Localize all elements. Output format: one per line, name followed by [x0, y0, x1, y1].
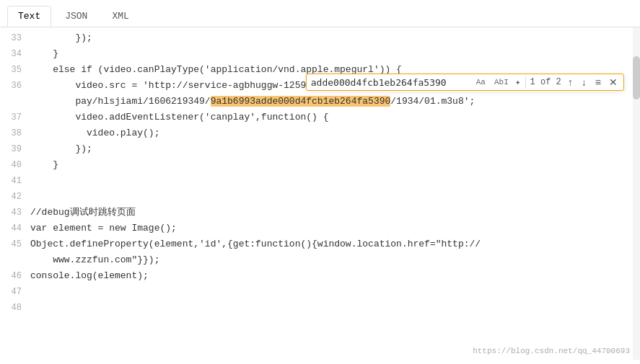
line-number: 45	[0, 236, 30, 252]
table-row: 37 video.addEventListener('canplay',func…	[0, 110, 640, 125]
line-content: //debug调试时跳转页面	[30, 205, 640, 221]
tab-text[interactable]: Text	[7, 6, 51, 27]
line-content: video.addEventListener('canplay',functio…	[30, 110, 640, 125]
line-number: 38	[0, 125, 30, 141]
line-number: 42	[0, 189, 30, 205]
line-content	[30, 284, 640, 300]
line-number: 47	[0, 284, 30, 300]
tab-json[interactable]: JSON	[54, 6, 98, 27]
search-case-option[interactable]: Aa	[474, 77, 488, 87]
line-number: 34	[0, 46, 30, 62]
table-row: 39 });	[0, 141, 640, 157]
tab-bar: Text JSON XML	[0, 0, 640, 27]
table-row: 47	[0, 284, 640, 300]
line-content: });	[30, 141, 640, 157]
line-number: 41	[0, 173, 30, 189]
table-row: 43 //debug调试时跳转页面	[0, 205, 640, 221]
table-row: 42	[0, 189, 640, 205]
code-container: Aa AbI ✦ 1 of 2 ↑ ↓ ≡ ✕ 33 }); 34 } 35 e…	[0, 27, 640, 360]
watermark: https://blog.csdn.net/qq_44700693	[473, 347, 630, 355]
search-close-button[interactable]: ✕	[608, 76, 619, 88]
search-word-option[interactable]: AbI	[492, 77, 511, 87]
table-row: 45 Object.defineProperty(element,'id',{g…	[0, 236, 640, 268]
table-row: 48	[0, 300, 640, 316]
line-content	[30, 173, 640, 189]
line-number: 37	[0, 110, 30, 125]
line-number: 40	[0, 157, 30, 173]
line-number: 43	[0, 205, 30, 221]
table-row: 40 }	[0, 157, 640, 173]
line-content: console.log(element);	[30, 268, 640, 284]
line-content: video.play();	[30, 125, 640, 141]
line-number: 46	[0, 268, 30, 284]
table-row: 41	[0, 173, 640, 189]
line-content	[30, 189, 640, 205]
table-row: 44 var element = new Image();	[0, 221, 640, 236]
search-divider	[525, 76, 526, 88]
line-number: 33	[0, 30, 30, 46]
search-prev-button[interactable]: ↑	[566, 77, 575, 87]
line-number: 35	[0, 62, 30, 78]
table-row: 46 console.log(element);	[0, 268, 640, 284]
line-content	[30, 300, 640, 316]
search-bar: Aa AbI ✦ 1 of 2 ↑ ↓ ≡ ✕	[306, 74, 624, 91]
line-content: });	[30, 30, 640, 46]
code-lines: 33 }); 34 } 35 else if (video.canPlayTyp…	[0, 27, 640, 316]
scrollbar[interactable]	[633, 27, 640, 360]
tab-xml[interactable]: XML	[101, 6, 139, 27]
table-row: 33 });	[0, 30, 640, 46]
search-next-button[interactable]: ↓	[579, 77, 589, 87]
search-menu-button[interactable]: ≡	[593, 77, 603, 87]
line-content: Object.defineProperty(element,'id',{get:…	[30, 236, 640, 268]
line-content: }	[30, 157, 640, 173]
table-row: 34 }	[0, 46, 640, 62]
line-number: 39	[0, 141, 30, 157]
line-content: var element = new Image();	[30, 221, 640, 236]
search-input[interactable]	[311, 77, 470, 88]
line-number: 48	[0, 300, 30, 316]
search-regex-option[interactable]: ✦	[515, 76, 521, 88]
line-content: }	[30, 46, 640, 62]
search-count: 1 of 2	[530, 77, 561, 87]
table-row: 38 video.play();	[0, 125, 640, 141]
line-number: 36	[0, 78, 30, 94]
scrollbar-thumb[interactable]	[633, 56, 640, 99]
line-number: 44	[0, 221, 30, 236]
